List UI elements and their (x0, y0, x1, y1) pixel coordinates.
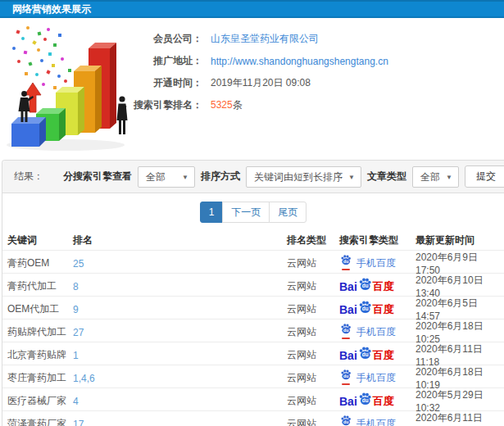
results-label: 结果： (14, 170, 43, 184)
cell-keyword: 北京膏药贴牌 (2, 348, 73, 362)
engine-name: 百度 (373, 279, 394, 294)
table-row: 膏药代加工 8 云网站 Bai du 百度 2020年6月10日 13:40 (2, 273, 504, 296)
results-body: 1 下一页 尾页 关键词 排名 排名类型 搜索引擎类型 最新更新时间 膏药OEM… (2, 193, 504, 426)
cell-rank[interactable]: 1 (73, 350, 79, 361)
engine-rank-count-value: 5325条 (211, 98, 243, 112)
baidu-logo: Bai du 百度 (339, 279, 394, 294)
baidu-mobile-logo: du 手机百度 (339, 417, 396, 426)
baidu-paw-icon: du (340, 254, 352, 265)
header-keyword: 关键词 (2, 233, 73, 247)
engine-name: 百度 (373, 302, 394, 317)
cell-rank[interactable]: 1,4,6 (73, 373, 95, 384)
filter-controls: 分搜索引擎查看 全部 ▼ 排序方式 关键词由短到长排序 ▼ 文章类型 全部 ▼ … (63, 165, 496, 188)
baidu-paw-icon: du (340, 323, 352, 334)
cell-updated: 2020年6月18日 10:25 (415, 320, 504, 345)
baidu-paw-icon: du (358, 346, 372, 360)
baidu-mobile-redline (342, 269, 350, 270)
cell-rank-type: 云网站 (287, 302, 336, 316)
company-label: 会员公司： (123, 32, 202, 46)
article-type-value: 全部 (420, 171, 440, 183)
cell-rank-type: 云网站 (287, 256, 336, 270)
baidu-mobile-redline (342, 338, 350, 339)
company-link[interactable]: 山东皇圣堂药业有限公司 (211, 32, 319, 46)
baidu-bai-text: Bai (339, 280, 357, 293)
table-row: 膏药OEM 25 云网站 du 手机百度 2020年6月9日 17:50 (2, 250, 504, 273)
table-body: 膏药OEM 25 云网站 du 手机百度 2020年6月9日 17:50 膏药代… (2, 250, 504, 426)
title-bar: 网络营销效果展示 (0, 0, 504, 18)
submit-button[interactable]: 提交 (465, 165, 504, 188)
cell-updated: 2020年6月11日 11:40 (415, 411, 504, 426)
cell-engine: Bai du 百度 (336, 348, 415, 363)
promo-url-label: 推广地址： (123, 54, 202, 68)
engine-name: 手机百度 (356, 256, 396, 270)
sort-label: 排序方式 (201, 170, 240, 184)
cell-rank[interactable]: 8 (73, 281, 79, 292)
cell-updated: 2020年6月10日 13:40 (415, 274, 504, 299)
cell-keyword: 药贴牌代加工 (2, 325, 73, 339)
sort-value: 关键词由短到长排序 (254, 171, 343, 183)
article-type-label: 文章类型 (367, 170, 406, 184)
svg-text:du: du (343, 328, 348, 333)
table-row: 药贴牌代加工 27 云网站 du 手机百度 2020年6月18日 10:25 (2, 319, 504, 342)
baidu-mobile-logo: du 手机百度 (339, 325, 396, 339)
engine-rank-count-label: 搜索引擎排名： (123, 98, 202, 112)
engine-name: 百度 (373, 348, 394, 363)
header-rank-type: 排名类型 (287, 233, 336, 247)
field-company: 会员公司： 山东皇圣堂药业有限公司 (123, 28, 500, 50)
bar-blue (11, 117, 46, 147)
baidu-logo: Bai du 百度 (339, 302, 394, 317)
open-time-value: 2019年11月20日 09:08 (211, 76, 311, 90)
baidu-mobile-logo: du 手机百度 (339, 256, 396, 270)
baidu-paw-icon: du (358, 300, 372, 314)
baidu-bai-text: Bai (339, 303, 357, 316)
cell-rank-type: 云网站 (287, 417, 336, 426)
table-row: 医疗器械厂家 4 云网站 Bai du 百度 2020年5月29日 10:32 (2, 387, 504, 410)
sort-select[interactable]: 关键词由短到长排序 ▼ (246, 166, 361, 188)
engine-name: 手机百度 (356, 417, 396, 426)
cell-engine: Bai du 百度 (336, 302, 415, 317)
cell-rank[interactable]: 25 (73, 258, 84, 270)
header-rank: 排名 (73, 233, 287, 247)
last-page-button[interactable]: 尾页 (269, 202, 306, 223)
cell-rank[interactable]: 9 (73, 304, 79, 315)
svg-text:du: du (362, 351, 369, 357)
cell-rank-type: 云网站 (287, 394, 336, 408)
baidu-paw-icon: du (340, 369, 352, 380)
cell-updated: 2020年5月29日 10:32 (415, 388, 504, 414)
cell-keyword: 膏药OEM (2, 256, 73, 270)
open-time-label: 开通时间： (123, 76, 202, 90)
baidu-mobile-icon: du (339, 325, 352, 339)
engine-filter-select[interactable]: 全部 ▼ (138, 166, 195, 188)
chevron-down-icon: ▼ (348, 167, 355, 188)
baidu-paw-icon: du (340, 415, 352, 426)
page-1-button[interactable]: 1 (200, 202, 224, 223)
chevron-down-icon: ▼ (446, 167, 452, 188)
promo-url-link[interactable]: http://www.shandonghuangshengtang.cn (211, 56, 388, 67)
next-page-button[interactable]: 下一页 (222, 202, 270, 223)
results-panel: 结果： 分搜索引擎查看 全部 ▼ 排序方式 关键词由短到长排序 ▼ 文章类型 全… (2, 160, 504, 426)
cell-rank-type: 云网站 (287, 348, 336, 362)
engine-filter-label: 分搜索引擎查看 (63, 170, 132, 184)
rank-count-suffix: 条 (233, 99, 243, 111)
baidu-bai-text: Bai (339, 349, 357, 362)
cell-rank[interactable]: 27 (73, 327, 84, 338)
cell-rank-type: 云网站 (287, 279, 336, 293)
cell-engine: du 手机百度 (336, 256, 415, 270)
cell-rank[interactable]: 17 (73, 419, 84, 426)
member-info-section: 会员公司： 山东皇圣堂药业有限公司 推广地址： http://www.shand… (0, 18, 504, 160)
cell-updated: 2020年6月18日 10:19 (415, 365, 504, 391)
svg-text:du: du (343, 374, 348, 378)
cell-keyword: 枣庄膏药加工 (2, 371, 73, 385)
cell-rank-type: 云网站 (287, 371, 336, 385)
svg-text:du: du (343, 419, 348, 424)
baidu-paw-icon: du (358, 277, 372, 291)
svg-text:du: du (362, 306, 369, 311)
keyword-rank-table: 关键词 排名 排名类型 搜索引擎类型 最新更新时间 膏药OEM 25 云网站 d… (2, 230, 504, 426)
cell-updated: 2020年6月9日 17:50 (415, 251, 504, 276)
member-fields: 会员公司： 山东皇圣堂药业有限公司 推广地址： http://www.shand… (123, 28, 500, 116)
article-type-select[interactable]: 全部 ▼ (412, 166, 459, 188)
table-row: 北京膏药贴牌 1 云网站 Bai du 百度 2020年6月11日 11:18 (2, 342, 504, 365)
svg-text:du: du (343, 259, 348, 264)
cell-rank[interactable]: 4 (73, 396, 79, 407)
pagination: 1 下一页 尾页 (2, 202, 504, 223)
